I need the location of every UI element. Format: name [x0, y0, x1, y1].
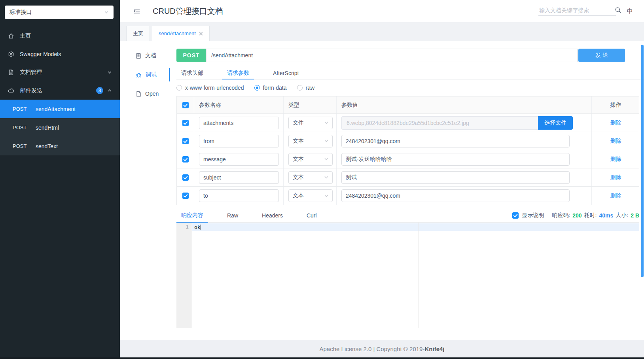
- tab-label: sendAttachment: [159, 30, 196, 36]
- sidebar-item-label: Swagger Models: [20, 51, 61, 57]
- bottom-window-edge: [0, 357, 644, 359]
- show-description-checkbox[interactable]: [512, 212, 519, 219]
- sidebar-item-doc-manage[interactable]: 文档管理: [0, 63, 120, 81]
- row-checkbox[interactable]: [182, 193, 189, 199]
- language-toggle[interactable]: 中: [627, 8, 633, 15]
- param-type-select[interactable]: 文本: [288, 135, 333, 147]
- table-row: 文本 删除: [177, 132, 639, 150]
- page-title: CRUD管理接口文档: [153, 6, 223, 17]
- api-group-select-value: 标准接口: [9, 9, 32, 16]
- side-nav-label: 文档: [145, 52, 156, 59]
- sidebar-submenu: POST sendAttachment POST sendHtml POST s…: [0, 100, 120, 155]
- tab-request-headers[interactable]: 请求头部: [176, 67, 208, 79]
- param-name-input[interactable]: [199, 117, 279, 129]
- doc-search-input[interactable]: [538, 7, 612, 14]
- chevron-down-icon: [104, 10, 109, 15]
- param-name-input[interactable]: [199, 153, 279, 166]
- col-header-name: 参数名称: [194, 96, 284, 113]
- send-button[interactable]: 发 送: [578, 49, 625, 62]
- param-type-value: 文本: [293, 174, 304, 181]
- sidebar-item-label: 主页: [20, 32, 31, 40]
- param-type-select[interactable]: 文本: [288, 153, 333, 166]
- param-type-select[interactable]: 文件: [288, 117, 333, 129]
- close-icon[interactable]: [199, 32, 203, 36]
- endpoint-label: sendText: [36, 143, 58, 149]
- footer: Apache License 2.0 | Copyright © 2019-Kn…: [120, 340, 644, 357]
- show-description-label: 显示说明: [522, 212, 544, 219]
- sidebar-item-sendhtml[interactable]: POST sendHtml: [0, 118, 120, 137]
- radio-form-data[interactable]: form-data: [254, 85, 287, 91]
- radio-x-www-form-urlencoded[interactable]: x-www-form-urlencoded: [176, 85, 244, 91]
- endpoint-label: sendHtml: [36, 125, 59, 131]
- side-nav-open[interactable]: Open: [120, 84, 170, 103]
- row-checkbox[interactable]: [182, 138, 189, 144]
- param-value-input[interactable]: [341, 171, 570, 184]
- param-value-input[interactable]: [341, 189, 570, 202]
- param-name-input[interactable]: [199, 189, 279, 202]
- content: 文档 调试 Open POST: [120, 41, 644, 340]
- param-type-select[interactable]: 文本: [288, 171, 333, 184]
- method-badge: POST: [176, 49, 206, 62]
- file-value-input: [341, 116, 538, 130]
- param-name-input[interactable]: [199, 135, 279, 147]
- row-checkbox[interactable]: [182, 174, 189, 181]
- param-type-value: 文本: [293, 192, 304, 199]
- row-checkbox[interactable]: [182, 120, 189, 126]
- main-area: CRUD管理接口文档 中 主页 sendAttachment: [120, 0, 644, 357]
- home-icon: [8, 33, 14, 39]
- file-upload-group: 选择文件: [341, 116, 573, 130]
- tab-response-curl[interactable]: Curl: [302, 208, 322, 222]
- sidebar-item-mail-send[interactable]: 邮件发送 3: [0, 81, 120, 100]
- method-label: POST: [13, 143, 36, 149]
- side-nav-doc[interactable]: 文档: [120, 46, 170, 65]
- tab-request-params[interactable]: 请求参数: [222, 67, 254, 79]
- delete-row-link[interactable]: 删除: [610, 156, 621, 163]
- param-name-input[interactable]: [199, 171, 279, 184]
- sidebar-item-swagger-models[interactable]: Swagger Models: [0, 45, 120, 63]
- vertical-scrollbar-thumb[interactable]: [641, 45, 644, 277]
- size-value: 2 B: [631, 212, 639, 219]
- response-header: 响应内容 Raw Headers Curl 显示说明 响应码: 200 耗时: …: [176, 208, 639, 223]
- editor-gutter: 1: [176, 223, 192, 328]
- collapse-menu-icon[interactable]: [133, 7, 141, 15]
- delete-row-link[interactable]: 删除: [610, 119, 621, 127]
- response-editor[interactable]: 1 ok: [176, 223, 639, 328]
- tab-response-raw[interactable]: Raw: [222, 208, 243, 222]
- delete-row-link[interactable]: 删除: [610, 192, 621, 199]
- chevron-down-icon: [324, 121, 328, 124]
- tab-afterscript[interactable]: AfterScript: [268, 67, 303, 79]
- side-nav-debug[interactable]: 调试: [120, 65, 170, 84]
- row-checkbox[interactable]: [182, 156, 189, 162]
- elapsed-label: 耗时:: [584, 212, 597, 219]
- chevron-down-icon: [324, 140, 328, 142]
- param-type-select[interactable]: 文本: [288, 189, 333, 202]
- tab-response-headers[interactable]: Headers: [257, 208, 288, 222]
- param-value-input[interactable]: [341, 135, 570, 147]
- delete-row-link[interactable]: 删除: [610, 174, 621, 181]
- editor-code-area[interactable]: ok: [192, 223, 639, 328]
- doc-search: [538, 7, 616, 16]
- editor-divider: [419, 223, 419, 328]
- models-icon: [8, 51, 14, 57]
- response-meta: 显示说明 响应码: 200 耗时: 40ms 大小: 2 B: [512, 212, 639, 219]
- select-all-checkbox[interactable]: [182, 102, 189, 108]
- search-icon[interactable]: [615, 7, 621, 13]
- doc-manage-icon: [8, 69, 14, 76]
- sidebar-item-home[interactable]: 主页: [0, 27, 120, 45]
- tab-home[interactable]: 主页: [126, 26, 150, 41]
- tab-response-body[interactable]: 响应内容: [176, 208, 208, 222]
- param-value-input[interactable]: [341, 153, 570, 166]
- api-group-select[interactable]: 标准接口: [5, 6, 114, 19]
- choose-file-button[interactable]: 选择文件: [538, 116, 573, 130]
- col-header-value: 参数值: [337, 96, 592, 113]
- param-type-value: 文件: [293, 119, 304, 127]
- request-url-input[interactable]: [206, 49, 578, 62]
- side-nav-label: Open: [145, 91, 159, 97]
- elapsed-value: 40ms: [599, 212, 614, 219]
- tab-sendattachment[interactable]: sendAttachment: [152, 26, 210, 41]
- sidebar-item-sendtext[interactable]: POST sendText: [0, 137, 120, 155]
- delete-row-link[interactable]: 删除: [610, 138, 621, 145]
- sidebar-item-sendattachment[interactable]: POST sendAttachment: [0, 100, 120, 118]
- radio-raw[interactable]: raw: [297, 85, 315, 91]
- request-bar: POST 发 送: [176, 49, 625, 62]
